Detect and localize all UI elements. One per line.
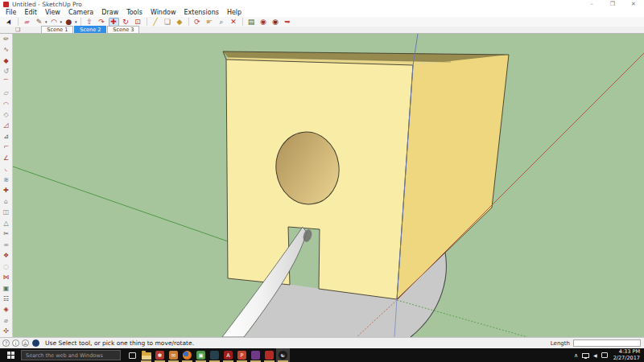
line-tool-dropdown-icon[interactable]: ▾ [45, 19, 47, 24]
minimize-button[interactable]: – [581, 0, 602, 9]
diameter-icon: ⌀ [4, 318, 8, 324]
scene-tab-3[interactable]: Scene 3 [107, 26, 139, 33]
cross-section-button[interactable]: ✚ [0, 186, 12, 196]
menu-draw[interactable]: Draw [97, 9, 122, 17]
flower-cut-button[interactable]: ✣ [0, 327, 12, 337]
fillet-button[interactable]: ◟ [0, 164, 12, 175]
network-icon[interactable] [582, 353, 589, 358]
tape-measure-tool-button[interactable]: ╱ [151, 18, 161, 27]
layer-stack-button[interactable]: ≡ [0, 240, 12, 250]
extension-warehouse-button[interactable]: ◉ [270, 18, 281, 27]
scale-tool-button[interactable]: ⊡ [133, 18, 143, 27]
menu-view[interactable]: View [41, 9, 64, 17]
viewport-3d[interactable] [13, 34, 644, 337]
scene-tab-1[interactable]: Scene 1 [41, 26, 73, 33]
angle-button[interactable]: ∠ [0, 153, 12, 163]
arc-tool-dropdown-icon[interactable]: ▾ [60, 19, 63, 24]
scene-tabs: Scene 1Scene 2Scene 3 [41, 26, 140, 33]
volume-icon[interactable]: ◀ [593, 352, 597, 358]
mesh-rows-button[interactable]: ☷ [0, 294, 12, 304]
pencil-plus-button[interactable]: ✏ [0, 34, 12, 44]
geolocation-icon[interactable]: ? [2, 339, 10, 347]
grid-face-button[interactable]: ▣ [0, 283, 12, 294]
orbit-tool-button[interactable]: ⟳ [192, 18, 203, 27]
notifications-icon[interactable] [601, 352, 608, 358]
taskbar-search-input[interactable] [21, 350, 121, 360]
mail-app-taskbar-button[interactable]: ✉ [167, 348, 180, 362]
arc-tool-button[interactable]: ◠ [49, 18, 60, 27]
menu-extensions[interactable]: Extensions [180, 9, 222, 17]
menu-tools[interactable]: Tools [122, 9, 147, 17]
scene-tab-2[interactable]: Scene 2 [74, 26, 106, 33]
taskbar-clock[interactable]: 4:33 PM 2/27/2017 [613, 349, 640, 361]
task-view-taskbar-button[interactable] [126, 348, 139, 362]
wave-surface-button[interactable]: ≋ [0, 175, 12, 185]
rotate-tool-icon: ↻ [122, 18, 129, 27]
file-explorer-taskbar-button[interactable] [139, 348, 153, 362]
menu-file[interactable]: File [2, 9, 20, 17]
split-face-button[interactable]: ◫ [0, 208, 12, 218]
status-bar: ?i♙ Use Select tool, or pick one thing t… [0, 337, 644, 348]
acrobat-icon: A [224, 351, 233, 360]
photos-app-taskbar-button[interactable]: ✽ [153, 348, 167, 362]
arc-tool-icon: ◠ [51, 18, 57, 27]
push-pull-tool-button[interactable]: ⇧ [85, 18, 95, 27]
menu-help[interactable]: Help [223, 9, 246, 17]
hidden-icons-chevron[interactable]: ∧ [574, 352, 578, 359]
dimension-tool-button[interactable]: ❏ [163, 18, 173, 27]
dome-button[interactable]: ◠ [0, 99, 12, 109]
parallelogram-button[interactable]: ▱ [0, 88, 12, 98]
line-tool-button[interactable]: ✎ [34, 18, 44, 27]
image-viewer-taskbar-button[interactable]: ▣ [194, 348, 208, 362]
diameter-button[interactable]: ⌀ [0, 315, 12, 326]
image-viewer-icon: ▣ [196, 351, 205, 360]
styles-panel-button[interactable]: ▤ [246, 18, 257, 27]
pyramid-button[interactable]: △ [0, 218, 12, 228]
rotate-tool-button[interactable]: ↻ [121, 18, 131, 27]
maximize-button[interactable]: ❐ [602, 0, 623, 9]
start-button[interactable] [0, 348, 21, 362]
diamond-face-button[interactable]: ◇ [0, 109, 12, 120]
design-app-taskbar-button[interactable] [249, 348, 262, 362]
triangle-edge-button[interactable]: ⊿ [0, 131, 12, 142]
3d-warehouse-button[interactable]: ◉ [258, 18, 269, 27]
select-tool-button[interactable]: ➤ [4, 18, 14, 27]
arc-segment-button[interactable]: ⌒ [0, 77, 12, 88]
zoom-extents-tool-button[interactable]: ✕ [229, 18, 239, 27]
circle-guide-button[interactable]: ◌ [0, 261, 12, 272]
credits-icon[interactable]: i [12, 339, 19, 347]
menu-edit[interactable]: Edit [20, 9, 41, 17]
zoom-tool-button[interactable]: ⌕ [217, 18, 227, 27]
undo-arc-button[interactable]: ↺ [0, 66, 12, 76]
corner-button[interactable]: ⌐ [0, 142, 12, 153]
bowtie-join-button[interactable]: ⋈ [0, 272, 12, 282]
share-model-button[interactable]: ➥ [283, 18, 293, 27]
paint-bucket-tool-button[interactable]: ◆ [175, 18, 185, 27]
photo-editor-taskbar-button[interactable] [208, 348, 221, 362]
follow-me-tool-button[interactable]: ↷ [97, 18, 107, 27]
trim-button[interactable]: ✂ [0, 228, 12, 239]
house-plan-button[interactable]: ⌂ [0, 196, 12, 207]
sketchup-app-taskbar-button[interactable] [262, 348, 276, 362]
solid-union-button[interactable]: ◆ [0, 56, 12, 66]
scenes-page-icon: ❏ [15, 27, 20, 33]
move-tool-button[interactable]: ✚ [109, 18, 119, 27]
menu-camera[interactable]: Camera [64, 9, 97, 17]
sign-in-icon[interactable]: ♙ [22, 339, 29, 347]
powerpoint-taskbar-button[interactable]: P [235, 348, 249, 362]
wedge-button[interactable]: ◿ [0, 121, 12, 131]
facet-gem-button[interactable]: ◈ [0, 305, 12, 315]
obs-taskbar-button[interactable]: ☯ [276, 348, 290, 362]
pan-tool-button[interactable]: ☛ [204, 18, 215, 27]
sketchup-community-icon[interactable] [32, 339, 39, 347]
measurements-input[interactable] [573, 339, 641, 347]
vertex-tools-button[interactable]: ❖ [0, 250, 12, 261]
curve-button[interactable]: ∿ [0, 44, 12, 55]
eraser-tool-button[interactable]: ▰ [22, 18, 32, 27]
firefox-taskbar-button[interactable] [180, 348, 194, 362]
circle-tool-button[interactable]: ● [64, 18, 74, 27]
acrobat-taskbar-button[interactable]: A [221, 348, 235, 362]
circle-tool-dropdown-icon[interactable]: ▾ [75, 19, 77, 24]
menu-window[interactable]: Window [147, 9, 180, 17]
close-button[interactable]: ✕ [623, 0, 644, 9]
